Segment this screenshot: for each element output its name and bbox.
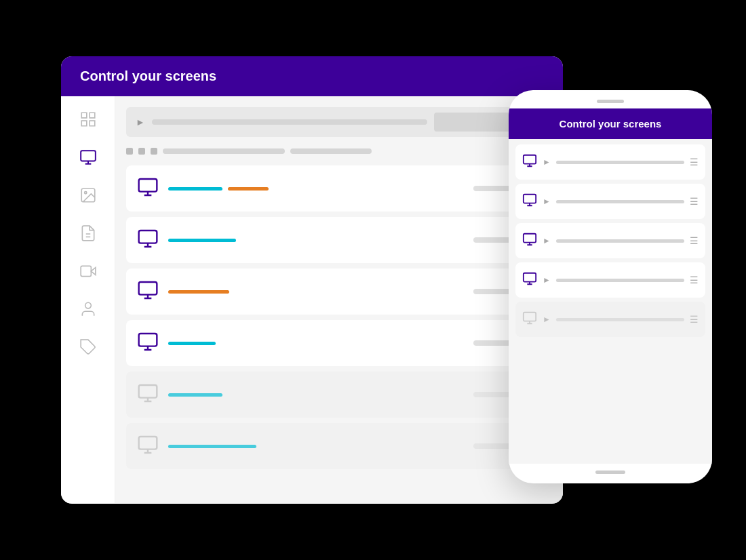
mobile-chevron-1: ►	[543, 157, 551, 167]
svg-point-2	[84, 192, 86, 194]
mobile-chevron-2: ►	[543, 197, 551, 206]
mobile-title: Control your screens	[560, 118, 662, 129]
mobile-row-5[interactable]: ► ☰	[515, 302, 705, 337]
bar-orange-3	[168, 290, 229, 294]
mobile-row-2[interactable]: ► ☰	[515, 184, 705, 219]
bar-cyan-6	[168, 445, 256, 448]
top-bar: ►	[126, 107, 552, 137]
svg-rect-5	[81, 266, 91, 276]
desktop-card: Control your screens	[61, 56, 563, 504]
screen-icon-1	[137, 176, 159, 201]
screen-row-5[interactable]	[126, 372, 552, 418]
mobile-chevron-3: ►	[543, 236, 551, 245]
mobile-settings-icon-4[interactable]: ☰	[690, 275, 699, 285]
mobile-settings-icon-3[interactable]: ☰	[690, 235, 699, 246]
mobile-home-button[interactable]	[595, 471, 625, 474]
mobile-line-wrap-1	[556, 161, 684, 164]
screen-row-1-content	[168, 187, 464, 191]
svg-rect-0	[81, 151, 96, 161]
screen-icon-5	[137, 382, 159, 407]
screen-icon-2	[137, 228, 159, 252]
svg-rect-16	[524, 195, 536, 203]
screen-row-6[interactable]	[126, 423, 552, 469]
scene: Control your screens	[34, 36, 712, 524]
filter-dot-2	[138, 148, 145, 155]
svg-rect-15	[524, 155, 536, 164]
mobile-row-3[interactable]: ► ☰	[515, 223, 705, 258]
screen-row-6-content	[168, 445, 464, 448]
filter-line-2	[290, 148, 372, 154]
filter-dot-3	[151, 148, 157, 155]
desktop-header: Control your screens	[61, 56, 563, 96]
video-icon[interactable]	[79, 262, 98, 281]
mobile-line-3	[556, 239, 684, 243]
screen-row-5-content	[168, 393, 464, 397]
tag-icon[interactable]	[79, 338, 98, 357]
svg-rect-17	[524, 234, 536, 243]
mobile-line-wrap-5	[556, 318, 684, 321]
screen-row-4[interactable]	[126, 320, 552, 366]
user-icon[interactable]	[79, 300, 98, 319]
svg-rect-13	[139, 385, 157, 398]
mobile-speaker	[597, 100, 624, 103]
svg-point-7	[85, 302, 91, 308]
mobile-screen-icon-2	[522, 193, 537, 210]
svg-marker-6	[91, 268, 96, 275]
mobile-line-1	[556, 161, 684, 164]
mobile-settings-icon-2[interactable]: ☰	[690, 196, 699, 207]
svg-rect-14	[139, 437, 157, 449]
bar-cyan-1	[168, 187, 222, 191]
mobile-settings-icon-5[interactable]: ☰	[690, 314, 699, 325]
mobile-list: ► ☰ ► ☰	[509, 139, 712, 464]
mobile-line-wrap-2	[556, 200, 684, 203]
mobile-chevron-4: ►	[543, 275, 551, 285]
screen-icon-3	[137, 279, 159, 304]
top-bar-arrow: ►	[136, 117, 145, 127]
screen-row-1[interactable]	[126, 165, 552, 212]
svg-rect-19	[524, 313, 536, 321]
mobile-card: Control your screens ► ☰	[509, 90, 712, 483]
mobile-line-5	[556, 318, 684, 321]
image-icon[interactable]	[79, 186, 98, 205]
mobile-line-wrap-4	[556, 279, 684, 282]
svg-rect-12	[139, 334, 157, 346]
screen-row-3-content	[168, 290, 464, 294]
screen-icon-4	[137, 331, 159, 355]
main-content: ►	[115, 96, 563, 503]
mobile-line-2	[556, 200, 684, 203]
top-bar-line	[152, 119, 427, 125]
mobile-screen-icon-4	[522, 271, 537, 289]
filter-row	[126, 144, 552, 159]
mobile-line-4	[556, 279, 684, 282]
screen-row-2-content	[168, 239, 464, 242]
monitor-icon[interactable]	[79, 148, 98, 167]
svg-rect-9	[139, 179, 157, 192]
desktop-title: Control your screens	[80, 68, 216, 84]
screen-row-4-content	[168, 342, 464, 345]
filter-line-1	[163, 148, 285, 154]
mobile-chevron-5: ►	[543, 315, 551, 324]
bar-orange-1	[228, 187, 269, 191]
screen-icon-6	[137, 434, 159, 458]
desktop-body: ►	[61, 96, 563, 503]
mobile-settings-icon-1[interactable]: ☰	[690, 157, 699, 167]
bar-cyan-4	[168, 342, 216, 345]
filter-dot-1	[126, 148, 133, 155]
screen-row-2[interactable]	[126, 217, 552, 263]
dashboard-icon[interactable]	[79, 110, 98, 129]
mobile-screen-icon-5	[522, 311, 537, 328]
mobile-row-1[interactable]: ► ☰	[515, 144, 705, 180]
mobile-row-4[interactable]: ► ☰	[515, 262, 705, 298]
svg-rect-18	[524, 273, 536, 282]
sidebar	[61, 96, 115, 503]
mobile-screen-icon-1	[522, 153, 537, 171]
file-icon[interactable]	[79, 224, 98, 243]
mobile-screen-icon-3	[522, 232, 537, 249]
bar-cyan-5	[168, 393, 222, 397]
svg-rect-10	[139, 231, 157, 243]
screen-row-3[interactable]	[126, 268, 552, 315]
bar-cyan-2	[168, 239, 236, 242]
mobile-line-wrap-3	[556, 239, 684, 243]
svg-rect-11	[139, 282, 157, 295]
mobile-header: Control your screens	[509, 108, 712, 139]
